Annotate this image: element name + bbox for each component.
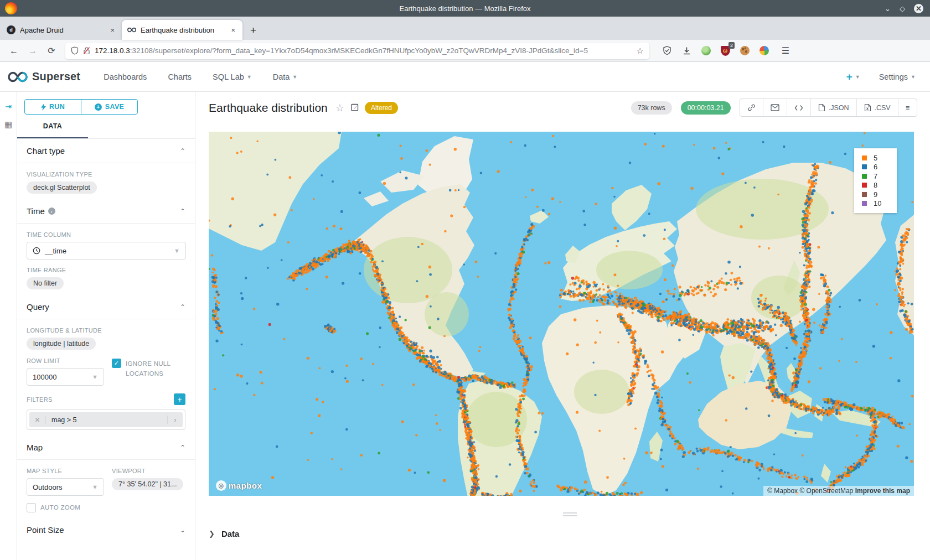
tab-close-icon[interactable]: × xyxy=(108,26,116,34)
data-panel-header[interactable]: ❯ Data xyxy=(209,529,239,538)
browser-toolbar: ← → ⟳ 172.18.0.3:32108/superset/explore/… xyxy=(0,40,930,62)
mapbox-logo[interactable]: ◎ mapbox xyxy=(216,480,262,491)
chevron-down-icon: ⌄ xyxy=(180,526,185,534)
privacy-extension-icon[interactable] xyxy=(700,45,711,56)
embed-code-button[interactable] xyxy=(787,99,811,116)
url-text[interactable]: 172.18.0.3:32108/superset/explore/?form_… xyxy=(95,46,632,55)
legend-item[interactable]: 10 xyxy=(862,199,897,209)
email-button[interactable] xyxy=(763,99,787,116)
tab-earthquake-distribution[interactable]: Earthquake distribution × xyxy=(122,20,242,40)
remove-filter-icon[interactable]: ✕ xyxy=(29,416,46,424)
favorite-star-icon[interactable]: ☆ xyxy=(335,102,344,114)
scatterplot-canvas[interactable] xyxy=(209,132,914,496)
legend-label: 5 xyxy=(874,154,877,162)
window-title: Earthquake distribution — Mozilla Firefo… xyxy=(0,4,930,13)
panel-tabs: DATA xyxy=(17,122,195,139)
legend-label: 8 xyxy=(874,181,877,189)
export-json-button[interactable]: .JSON xyxy=(811,99,857,116)
section-chart-type[interactable]: Chart type ⌃ xyxy=(17,139,195,163)
pocket-shield-icon[interactable] xyxy=(662,45,673,56)
download-icon[interactable] xyxy=(681,45,692,56)
ublock-extension-icon[interactable]: ω 2 xyxy=(720,45,731,56)
forward-button[interactable]: → xyxy=(24,43,41,59)
new-item-button[interactable]: +▼ xyxy=(846,71,860,83)
ignore-null-checkbox[interactable]: ✓ xyxy=(112,359,121,368)
reload-button[interactable]: ⟳ xyxy=(43,43,60,59)
legend-item[interactable]: 7 xyxy=(862,172,897,181)
tab-apache-druid[interactable]: d Apache Druid × xyxy=(1,20,122,40)
new-tab-button[interactable]: + xyxy=(242,24,264,40)
tab-data[interactable]: DATA xyxy=(17,122,88,138)
window-titlebar: Earthquake distribution — Mozilla Firefo… xyxy=(0,0,930,17)
filter-chip[interactable]: ✕ mag > 5 › xyxy=(29,412,183,427)
insecure-lock-icon[interactable] xyxy=(83,46,90,55)
window-restore-icon[interactable]: ◇ xyxy=(900,4,905,13)
chevron-down-icon: ▼ xyxy=(855,74,860,80)
collapse-panel-icon[interactable]: ⇥ xyxy=(5,102,12,111)
run-button[interactable]: RUN xyxy=(25,100,81,114)
chevron-up-icon: ⌃ xyxy=(180,208,185,215)
legend-swatch xyxy=(862,174,867,179)
section-query[interactable]: Query ⌃ xyxy=(17,295,195,319)
window-minimize-icon[interactable]: ⌄ xyxy=(885,4,891,13)
attrib-improve-link[interactable]: Improve this map xyxy=(855,487,910,495)
panel-resize-handle[interactable] xyxy=(563,512,577,518)
legend-item[interactable]: 9 xyxy=(862,190,897,199)
attrib-mapbox[interactable]: © Mapbox xyxy=(767,487,798,495)
back-button[interactable]: ← xyxy=(6,43,22,59)
legend-swatch xyxy=(862,155,867,160)
altered-badge[interactable]: Altered xyxy=(365,102,398,114)
superset-favicon xyxy=(127,25,136,34)
chevron-down-icon: ▼ xyxy=(92,484,98,490)
time-column-select[interactable]: __time ▼ xyxy=(27,242,186,260)
nav-charts[interactable]: Charts xyxy=(168,72,192,81)
legend-item[interactable]: 8 xyxy=(862,181,897,190)
more-options-button[interactable]: ≡ xyxy=(898,99,917,116)
url-bar[interactable]: 172.18.0.3:32108/superset/explore/?form_… xyxy=(65,43,649,59)
copy-link-button[interactable] xyxy=(740,99,763,116)
explore-control-panel: RUN + SAVE DATA Chart type ⌃ VISUALIZATI… xyxy=(17,92,195,560)
container-extension-icon[interactable] xyxy=(758,45,769,56)
superset-logo[interactable]: Superset xyxy=(8,70,80,84)
viewport-value[interactable]: 7° 35' 54.02" | 31... xyxy=(112,478,183,490)
nav-data[interactable]: Data▼ xyxy=(273,72,298,81)
chevron-down-icon: ▼ xyxy=(174,247,180,254)
bolt-icon xyxy=(41,103,46,111)
deckgl-map[interactable]: 5678910 ◎ mapbox © Mapbox © OpenStreetMa… xyxy=(209,132,914,496)
add-filter-button[interactable]: + xyxy=(174,393,185,405)
section-point-size[interactable]: Point Size ⌄ xyxy=(17,518,195,542)
section-map[interactable]: Map ⌃ xyxy=(17,435,195,460)
nav-sql-lab[interactable]: SQL Lab▼ xyxy=(213,72,252,81)
viz-type-value[interactable]: deck.gl Scatterplot xyxy=(27,182,97,194)
lonlat-value[interactable]: longitude | latitude xyxy=(27,338,96,350)
menu-hamburger-icon[interactable]: ☰ xyxy=(780,45,791,56)
settings-menu[interactable]: Settings▼ xyxy=(879,72,916,81)
attrib-osm[interactable]: © OpenStreetMap xyxy=(799,487,853,495)
time-range-value[interactable]: No filter xyxy=(27,277,64,289)
legend-item[interactable]: 6 xyxy=(862,163,897,172)
legend-item[interactable]: 5 xyxy=(862,153,897,163)
dataset-grid-icon[interactable]: ▦ xyxy=(4,120,12,129)
row-limit-select[interactable]: 100000 ▼ xyxy=(27,368,104,386)
superset-infinity-icon xyxy=(8,70,28,84)
section-time[interactable]: Time i ⌃ xyxy=(17,199,195,224)
auto-zoom-checkbox[interactable] xyxy=(27,503,36,512)
bookmark-star-icon[interactable]: ☆ xyxy=(637,46,644,56)
tab-close-icon[interactable]: × xyxy=(229,26,237,34)
window-close-icon[interactable]: ✕ xyxy=(914,4,923,13)
chevron-up-icon: ⌃ xyxy=(180,303,185,311)
map-style-select[interactable]: Outdoors ▼ xyxy=(27,478,104,496)
chevron-right-icon[interactable]: › xyxy=(167,416,183,424)
chart-area: Earthquake distribution ☆ Altered 73k ro… xyxy=(195,92,930,560)
tracking-shield-icon[interactable] xyxy=(71,46,79,55)
auto-zoom-label: AUTO ZOOM xyxy=(40,502,80,512)
time-column-label: TIME COLUMN xyxy=(27,231,185,238)
clock-icon xyxy=(33,247,40,255)
legend-label: 9 xyxy=(874,190,877,199)
envelope-icon xyxy=(771,104,779,111)
export-csv-button[interactable]: .CSV xyxy=(857,99,898,116)
cookie-extension-icon[interactable] xyxy=(739,45,750,56)
edit-properties-icon[interactable] xyxy=(351,103,359,113)
save-button[interactable]: + SAVE xyxy=(81,100,137,114)
nav-dashboards[interactable]: Dashboards xyxy=(104,72,147,81)
